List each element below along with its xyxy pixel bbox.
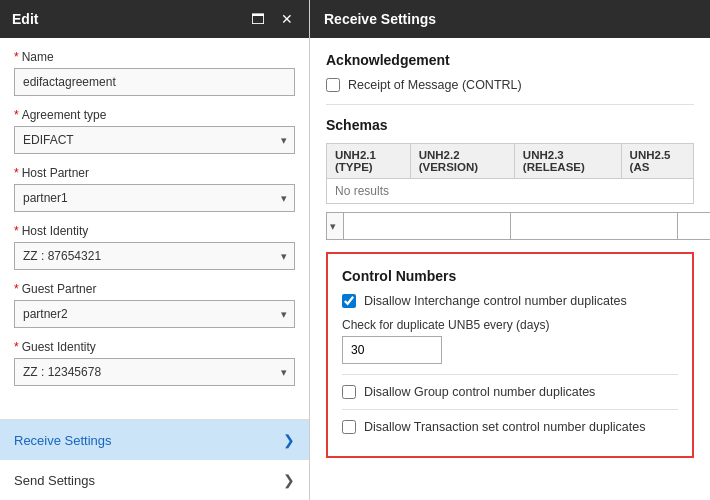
host-partner-select-wrapper: partner1 xyxy=(14,184,295,212)
nav-item-send-settings[interactable]: Send Settings ❯ xyxy=(0,460,309,500)
schemas-type-select-wrapper xyxy=(326,212,344,240)
send-settings-chevron-icon: ❯ xyxy=(283,472,295,488)
guest-identity-select[interactable]: ZZ : 12345678 xyxy=(14,358,295,386)
receipt-of-message-row: Receipt of Message (CONTRL) xyxy=(326,78,694,92)
schemas-version-input[interactable] xyxy=(344,212,511,240)
right-panel-title: Receive Settings xyxy=(324,11,436,27)
host-identity-select[interactable]: ZZ : 87654321 xyxy=(14,242,295,270)
name-label: *Name xyxy=(14,50,295,64)
host-identity-label: *Host Identity xyxy=(14,224,295,238)
agreement-type-select-wrapper: EDIFACT xyxy=(14,126,295,154)
name-field-group: *Name xyxy=(14,50,295,96)
guest-identity-field-group: *Guest Identity ZZ : 12345678 xyxy=(14,340,295,386)
guest-partner-field-group: *Guest Partner partner2 xyxy=(14,282,295,328)
guest-partner-select[interactable]: partner2 xyxy=(14,300,295,328)
guest-identity-label: *Guest Identity xyxy=(14,340,295,354)
cn-divider-1 xyxy=(342,374,678,375)
host-identity-field-group: *Host Identity ZZ : 87654321 xyxy=(14,224,295,270)
acknowledgement-section: Acknowledgement Receipt of Message (CONT… xyxy=(326,52,694,92)
agreement-type-field-group: *Agreement type EDIFACT xyxy=(14,108,295,154)
control-numbers-section: Control Numbers Disallow Interchange con… xyxy=(326,252,694,458)
schemas-release-input[interactable] xyxy=(511,212,678,240)
send-settings-nav-label: Send Settings xyxy=(14,473,95,488)
guest-partner-required-star: * xyxy=(14,282,19,296)
disallow-group-row: Disallow Group control number duplicates xyxy=(342,385,678,399)
control-numbers-title: Control Numbers xyxy=(342,268,678,284)
right-content: Acknowledgement Receipt of Message (CONT… xyxy=(310,38,710,500)
host-identity-select-wrapper: ZZ : 87654321 xyxy=(14,242,295,270)
name-input[interactable] xyxy=(14,68,295,96)
guest-identity-select-wrapper: ZZ : 12345678 xyxy=(14,358,295,386)
left-header: Edit 🗖 ✕ xyxy=(0,0,309,38)
receipt-of-message-label: Receipt of Message (CONTRL) xyxy=(348,78,522,92)
left-panel: Edit 🗖 ✕ *Name *Agreement type EDIFACT xyxy=(0,0,310,500)
nav-item-receive-settings[interactable]: Receive Settings ❯ xyxy=(0,420,309,460)
schemas-title: Schemas xyxy=(326,117,694,133)
disallow-group-label: Disallow Group control number duplicates xyxy=(364,385,595,399)
left-content: *Name *Agreement type EDIFACT *Host Part… xyxy=(0,38,309,419)
disallow-transaction-label: Disallow Transaction set control number … xyxy=(364,420,645,434)
schemas-col-as: UNH2.5 (AS xyxy=(621,144,693,179)
host-partner-label: *Host Partner xyxy=(14,166,295,180)
schemas-no-results-cell: No results xyxy=(327,179,694,204)
schemas-type-select[interactable] xyxy=(326,212,344,240)
disallow-transaction-checkbox[interactable] xyxy=(342,420,356,434)
schemas-col-version: UNH2.2 (VERSION) xyxy=(410,144,514,179)
ack-schemas-divider xyxy=(326,104,694,105)
check-duplicate-label: Check for duplicate UNB5 every (days) xyxy=(342,318,678,332)
disallow-interchange-row: Disallow Interchange control number dupl… xyxy=(342,294,678,308)
guest-partner-select-wrapper: partner2 xyxy=(14,300,295,328)
host-identity-required-star: * xyxy=(14,224,19,238)
minimize-button[interactable]: 🗖 xyxy=(247,10,269,28)
schemas-col-release: UNH2.3 (RELEASE) xyxy=(514,144,621,179)
host-partner-select[interactable]: partner1 xyxy=(14,184,295,212)
schemas-as-input[interactable] xyxy=(678,212,710,240)
close-button[interactable]: ✕ xyxy=(277,10,297,28)
guest-partner-label: *Guest Partner xyxy=(14,282,295,296)
right-panel: Receive Settings Acknowledgement Receipt… xyxy=(310,0,710,500)
disallow-interchange-label: Disallow Interchange control number dupl… xyxy=(364,294,627,308)
left-panel-title: Edit xyxy=(12,11,38,27)
agreement-type-required-star: * xyxy=(14,108,19,122)
receive-settings-chevron-icon: ❯ xyxy=(283,432,295,448)
acknowledgement-title: Acknowledgement xyxy=(326,52,694,68)
right-header: Receive Settings xyxy=(310,0,710,38)
check-duplicate-input[interactable] xyxy=(342,336,442,364)
schemas-input-row xyxy=(326,212,694,240)
nav-section: Receive Settings ❯ Send Settings ❯ xyxy=(0,419,309,500)
host-partner-required-star: * xyxy=(14,166,19,180)
host-partner-field-group: *Host Partner partner1 xyxy=(14,166,295,212)
schemas-col-type: UNH2.1 (TYPE) xyxy=(327,144,411,179)
receive-settings-nav-label: Receive Settings xyxy=(14,433,112,448)
disallow-transaction-row: Disallow Transaction set control number … xyxy=(342,420,678,434)
disallow-group-checkbox[interactable] xyxy=(342,385,356,399)
schemas-table: UNH2.1 (TYPE) UNH2.2 (VERSION) UNH2.3 (R… xyxy=(326,143,694,204)
schemas-section: Schemas UNH2.1 (TYPE) UNH2.2 (VERSION) U… xyxy=(326,117,694,240)
cn-divider-2 xyxy=(342,409,678,410)
guest-identity-required-star: * xyxy=(14,340,19,354)
agreement-type-label: *Agreement type xyxy=(14,108,295,122)
header-controls: 🗖 ✕ xyxy=(247,10,297,28)
name-required-star: * xyxy=(14,50,19,64)
disallow-interchange-checkbox[interactable] xyxy=(342,294,356,308)
schemas-no-results-row: No results xyxy=(327,179,694,204)
schemas-header-row: UNH2.1 (TYPE) UNH2.2 (VERSION) UNH2.3 (R… xyxy=(327,144,694,179)
receipt-of-message-checkbox[interactable] xyxy=(326,78,340,92)
agreement-type-select[interactable]: EDIFACT xyxy=(14,126,295,154)
